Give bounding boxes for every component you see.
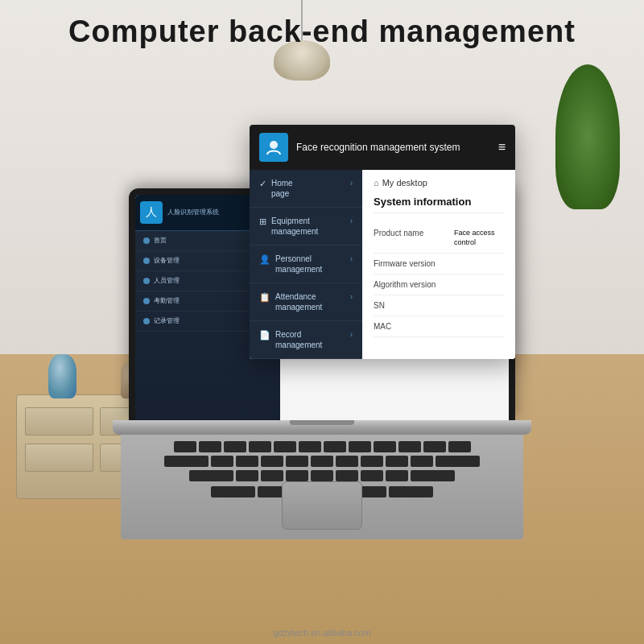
keyboard-key: [199, 441, 221, 452]
keyboard-key: [211, 486, 255, 497]
floating-sysinfo-row-2: Algorithm version: [374, 275, 504, 295]
watermark: gdzytech.en.alibaba.com: [273, 628, 371, 638]
keyboard-key: [411, 456, 433, 467]
keyboard-key: [336, 470, 358, 481]
svg-point-0: [270, 141, 278, 149]
floating-menu-home[interactable]: ✓ Homepage ›: [250, 170, 362, 208]
keyboard-key: [324, 441, 346, 452]
laptop-keyboard: [121, 435, 523, 539]
floating-app-window: Face recognition management system ≡ ✓ H…: [250, 125, 515, 359]
keyboard-key: [386, 456, 408, 467]
home-icon: ⌂: [374, 178, 379, 188]
keyboard-key: [411, 470, 455, 481]
floating-sidebar: ✓ Homepage › ⊞ Equipmentmanagement › 👤 P…: [250, 170, 362, 359]
keyboard-key: [349, 441, 371, 452]
keyboard-key: [389, 486, 433, 497]
keyboard-key: [361, 456, 383, 467]
keyboard-key: [174, 441, 196, 452]
floating-app-header: Face recognition management system ≡: [250, 125, 515, 170]
plant-decoration: [555, 64, 620, 225]
keyboard-key: [211, 456, 233, 467]
keyboard-key: [311, 456, 333, 467]
keyboard-key: [286, 470, 308, 481]
floating-app-logo: [259, 133, 288, 162]
floating-sysinfo-row-1: Firmware version: [374, 254, 504, 275]
floating-sysinfo-row-3: SN: [374, 295, 504, 316]
floating-desktop-label: ⌂ My desktop: [374, 178, 504, 188]
floating-menu-attendance[interactable]: 📋 Attendancemanagement ›: [250, 283, 362, 321]
floating-app-body: ✓ Homepage › ⊞ Equipmentmanagement › 👤 P…: [250, 170, 515, 359]
trackpad[interactable]: [282, 481, 362, 530]
page-title: Computer back-end management: [0, 14, 644, 49]
keyboard-key: [361, 470, 383, 481]
floating-app-content: ⌂ My desktop System information Product …: [362, 170, 515, 359]
floating-sysinfo-title: System information: [374, 196, 504, 213]
floating-sysinfo-row-0: Product name Face accesscontrol: [374, 223, 504, 254]
laptop-app-logo: 人: [140, 201, 163, 224]
keyboard-key: [249, 441, 271, 452]
keyboard-key: [436, 456, 480, 467]
keyboard-key: [423, 441, 446, 452]
laptop-hinge: [290, 420, 354, 425]
floating-menu-personnel[interactable]: 👤 Personnelmanagement ›: [250, 246, 362, 283]
hamburger-icon[interactable]: ≡: [498, 140, 506, 155]
dresser-drawer: [25, 444, 93, 472]
keyboard-key: [189, 470, 233, 481]
laptop-base: [113, 420, 531, 435]
keyboard-key: [274, 441, 296, 452]
keyboard-key: [236, 456, 258, 467]
keyboard-key: [374, 441, 396, 452]
floating-sysinfo-row-4: MAC: [374, 316, 504, 337]
dresser-drawer: [25, 407, 93, 436]
keyboard-key: [311, 470, 333, 481]
floating-menu-record[interactable]: 📄 Recordmanagement ›: [250, 321, 362, 359]
keyboard-key: [224, 441, 246, 452]
keyboard-key: [386, 470, 408, 481]
keyboard-key: [448, 441, 471, 452]
floating-app-title: Face recognition management system: [296, 141, 490, 155]
keyboard-key: [261, 470, 283, 481]
keyboard-key: [236, 470, 258, 481]
keyboard-key: [164, 456, 208, 467]
keyboard-key: [398, 441, 421, 452]
keyboard-key: [286, 456, 308, 467]
keyboard-key: [299, 441, 321, 452]
keyboard-key: [336, 456, 358, 467]
laptop-app-title: 人脸识别管理系统: [167, 208, 219, 217]
keyboard-key: [261, 456, 283, 467]
floating-menu-equipment[interactable]: ⊞ Equipmentmanagement ›: [250, 208, 362, 246]
